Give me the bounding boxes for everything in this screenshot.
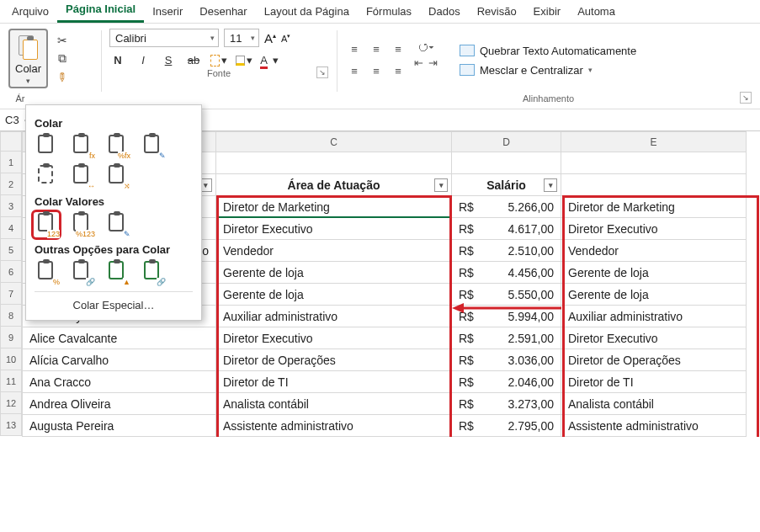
cell[interactable]: Vendedor — [216, 240, 452, 262]
cell[interactable]: Diretor Executivo — [561, 218, 747, 240]
tab-desenhar[interactable]: Desenhar — [191, 2, 255, 23]
row-header[interactable]: 2 — [0, 173, 22, 195]
cell[interactable]: Alice Cavalcante — [23, 327, 216, 349]
cell[interactable]: R$4.456,00 — [452, 262, 561, 284]
cell[interactable]: Diretor Executivo — [216, 218, 452, 240]
wrap-text-button[interactable]: Quebrar Texto Automaticamente — [460, 45, 636, 57]
paste-values-icon[interactable]: 123 — [35, 213, 58, 237]
tab-exibir[interactable]: Exibir — [525, 2, 570, 23]
paste-values-numfmt-icon[interactable]: %123 — [70, 213, 93, 237]
tab-revisao[interactable]: Revisão — [469, 2, 525, 23]
filter-icon[interactable]: ▾ — [434, 178, 448, 192]
align-top-icon[interactable]: ≡ — [345, 40, 364, 59]
cell[interactable]: R$4.617,00 — [452, 218, 561, 240]
cell[interactable]: Diretor de Operações — [216, 349, 452, 371]
row-header[interactable]: 10 — [0, 348, 22, 370]
font-dialog-launcher[interactable] — [316, 66, 328, 78]
align-dialog-launcher[interactable] — [740, 92, 752, 104]
align-middle-icon[interactable]: ≡ — [367, 40, 385, 59]
cell[interactable]: Diretor de Operações — [561, 349, 747, 371]
cell[interactable]: Assistente administrativo — [216, 415, 452, 437]
align-center-icon[interactable]: ≡ — [367, 62, 385, 81]
cell[interactable]: R$2.510,00 — [452, 240, 561, 262]
paste-transpose-icon[interactable]: ⤭ — [105, 165, 129, 189]
cell[interactable]: Diretor de TI — [216, 371, 452, 393]
tab-inserir[interactable]: Inserir — [144, 2, 191, 23]
tab-pagina-inicial[interactable]: Página Inicial — [57, 0, 144, 23]
cell[interactable]: R$2.591,00 — [452, 327, 561, 349]
row-header[interactable]: 3 — [0, 195, 22, 217]
cell[interactable] — [561, 152, 747, 174]
col-header[interactable]: E — [561, 132, 747, 152]
grow-font-icon[interactable]: A▴ — [264, 31, 276, 45]
cell[interactable]: Ana Cracco — [23, 371, 216, 393]
align-right-icon[interactable]: ≡ — [389, 62, 407, 81]
col-header[interactable]: D — [452, 132, 561, 152]
cell[interactable]: Diretor de TI — [561, 371, 747, 393]
cell[interactable]: Gerente de loja — [216, 262, 452, 284]
fill-color-button[interactable]: ▾ — [236, 54, 252, 66]
paste-values-srcfmt-icon[interactable]: ✎ — [105, 213, 129, 237]
row-header[interactable]: 1 — [0, 152, 22, 173]
paste-picture-icon[interactable]: ▲ — [105, 261, 129, 285]
copy-icon[interactable] — [55, 52, 70, 66]
paste-button[interactable]: Colar ▾ — [8, 29, 48, 88]
cell[interactable]: Diretor Executivo — [216, 327, 452, 349]
cell[interactable]: Analista contábil — [216, 393, 452, 415]
tab-layout[interactable]: Layout da Página — [256, 2, 358, 23]
cut-icon[interactable] — [55, 34, 70, 47]
cell[interactable]: Vendedor — [561, 240, 747, 262]
paste-keep-source-icon[interactable]: ✎ — [141, 135, 164, 158]
table-header-cell[interactable]: Salário▾ — [452, 174, 561, 196]
tab-automatizar[interactable]: Automa — [569, 2, 624, 23]
cell[interactable]: Diretor de Marketing — [216, 196, 452, 218]
cell[interactable]: Diretor Executivo — [561, 327, 747, 349]
tab-formulas[interactable]: Fórmulas — [358, 2, 420, 23]
cell[interactable]: Alícia Carvalho — [23, 349, 216, 371]
cell[interactable] — [216, 152, 452, 174]
cell[interactable]: Gerente de loja — [561, 284, 747, 306]
row-header[interactable]: 6 — [0, 261, 22, 283]
cell[interactable]: Gerente de loja — [216, 284, 452, 306]
italic-button[interactable]: I — [135, 54, 151, 66]
paste-formatting-icon[interactable]: % — [35, 261, 58, 285]
cell[interactable]: Auxiliar administrativo — [216, 306, 452, 327]
tab-arquivo[interactable]: Arquivo — [3, 2, 57, 23]
paste-all-icon[interactable] — [35, 135, 58, 158]
cell[interactable]: Andrea Oliveira — [23, 393, 216, 415]
font-color-button[interactable]: A ▾ — [261, 54, 278, 66]
underline-button[interactable]: S — [160, 54, 177, 66]
align-bottom-icon[interactable]: ≡ — [389, 40, 407, 59]
cell[interactable]: Gerente de loja — [561, 262, 747, 284]
tab-dados[interactable]: Dados — [420, 2, 469, 23]
cell[interactable]: R$3.273,00 — [452, 393, 561, 415]
shrink-font-icon[interactable]: A▾ — [281, 33, 290, 44]
cell[interactable]: R$5.550,00 — [452, 284, 561, 306]
align-left-icon[interactable]: ≡ — [345, 62, 364, 81]
cell[interactable] — [561, 174, 747, 196]
indent-increase-icon[interactable]: ⇥ — [428, 56, 438, 69]
cell[interactable]: Analista contábil — [561, 393, 747, 415]
font-name-dropdown[interactable]: Calibri — [109, 29, 219, 47]
bold-button[interactable]: N — [109, 54, 126, 66]
format-painter-icon[interactable] — [55, 71, 70, 84]
orientation-icon[interactable]: ⭯▾ — [414, 40, 438, 53]
paste-no-border-icon[interactable] — [35, 165, 58, 189]
paste-special-menuitem[interactable]: Colar Especial… — [35, 291, 193, 317]
cell[interactable] — [452, 152, 561, 174]
cell[interactable]: R$3.036,00 — [452, 349, 561, 371]
paste-formulas-icon[interactable]: fx — [70, 135, 93, 158]
row-header[interactable]: 4 — [0, 217, 22, 239]
row-header[interactable]: 5 — [0, 239, 22, 261]
col-header[interactable]: C — [216, 132, 452, 152]
cell[interactable]: Auxiliar administrativo — [561, 306, 747, 327]
row-header[interactable]: 7 — [0, 283, 22, 305]
select-all-corner[interactable] — [0, 131, 22, 152]
row-header[interactable]: 12 — [0, 392, 22, 414]
filter-icon[interactable]: ▾ — [544, 178, 557, 192]
row-header[interactable]: 11 — [0, 370, 22, 392]
merge-center-button[interactable]: Mesclar e Centralizar ▾ — [460, 64, 636, 77]
cell[interactable]: Assistente administrativo — [561, 415, 747, 437]
paste-formulas-numfmt-icon[interactable]: %fx — [105, 135, 129, 158]
cell[interactable]: R$5.266,00 — [452, 196, 561, 218]
